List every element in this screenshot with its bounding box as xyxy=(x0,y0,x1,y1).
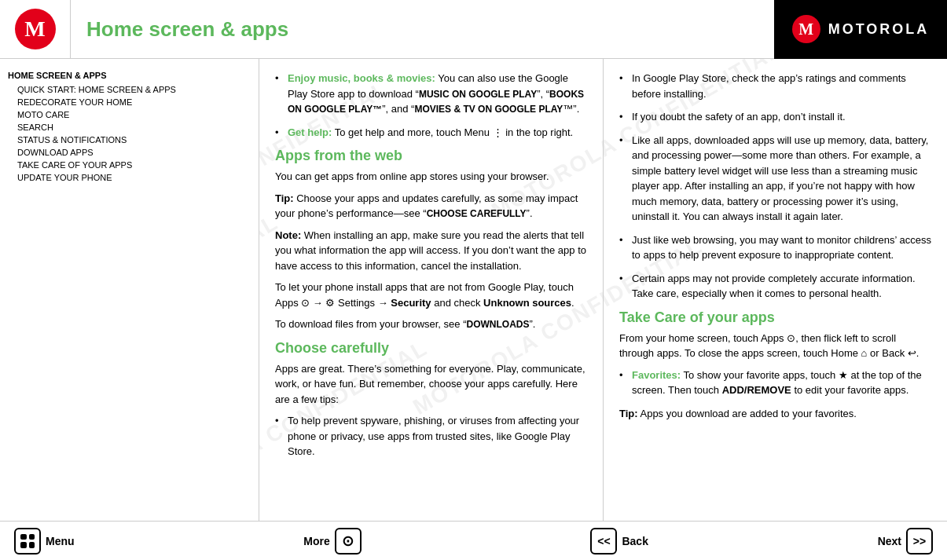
logo-area: M xyxy=(0,0,71,59)
next-button[interactable]: Next >> xyxy=(872,525,939,558)
fav-end: to edit your favorite apps. xyxy=(791,384,909,396)
list-item-spyware: To help prevent spyware, phishing, or vi… xyxy=(275,413,587,459)
music-mid: ”, “ xyxy=(537,88,549,100)
download-text: To download files from your browser, see… xyxy=(275,317,587,332)
help-body: To get help and more, touch Menu ⋮ in th… xyxy=(332,126,573,138)
menu-grid-icon xyxy=(20,534,35,548)
menu-dot-3 xyxy=(20,542,27,548)
dl-caps: DOWNLOADS xyxy=(467,319,530,330)
tip-paragraph: Tip: Choose your apps and updates carefu… xyxy=(275,191,587,221)
sidebar-item-download[interactable]: DOWNLOAD APPS xyxy=(8,146,251,159)
list-item-monitor: Just like web browsing, you may want to … xyxy=(619,232,931,263)
bottom-bar: Menu More ⊙ << Back Next >> xyxy=(0,521,947,560)
music-end: ™”. xyxy=(563,103,579,115)
tip-label: Tip: xyxy=(275,192,294,204)
sidebar-item-take-care[interactable]: TAKE CARE OF YOUR APPS xyxy=(8,159,251,171)
sidebar-item-quick-start[interactable]: QUICK START: HOME SCREEN & APPS xyxy=(8,83,251,96)
tip-end: ”. xyxy=(527,207,533,219)
bullet-list-2: To help prevent spyware, phishing, or vi… xyxy=(275,413,587,459)
back-label: Back xyxy=(622,535,648,547)
more-button[interactable]: More ⊙ xyxy=(297,525,367,558)
page-title: Home screen & apps xyxy=(86,17,774,42)
section-take-care-title: Take Care of your apps xyxy=(619,309,931,326)
right-bullet-list-1: In Google Play Store, check the app’s ra… xyxy=(619,71,931,302)
motorola-logo: M xyxy=(15,9,56,49)
list-item-doubt: If you doubt the safety of an app, don’t… xyxy=(619,109,931,125)
menu-dot-1 xyxy=(20,534,27,540)
next-label: Next xyxy=(878,535,901,547)
note-paragraph: Note: When installing an app, make sure … xyxy=(275,228,587,274)
next-icon: >> xyxy=(906,528,933,555)
list-item-music: Enjoy music, books & movies: You can als… xyxy=(275,71,587,117)
menu-dot-4 xyxy=(29,542,35,548)
list-item-favorites: Favorites: To show your favorite apps, t… xyxy=(619,368,931,398)
main-container: HOME SCREEN & APPS QUICK START: HOME SCR… xyxy=(0,59,947,521)
back-arrow-icon: << xyxy=(597,535,610,547)
more-label: More xyxy=(303,535,329,547)
music-and: ”, and “ xyxy=(382,103,414,115)
section-choose-carefully-title: Choose carefully xyxy=(275,340,587,357)
menu-button[interactable]: Menu xyxy=(8,525,81,558)
menu-dot-2 xyxy=(29,534,35,540)
list-item-ratings: In Google Play Store, check the app’s ra… xyxy=(619,71,931,101)
music-label: Enjoy music, books & movies: xyxy=(288,72,435,84)
help-label: Get help: xyxy=(288,126,332,138)
install-text: To let your phone install apps that are … xyxy=(275,280,587,310)
brand-m-icon: M xyxy=(798,20,813,38)
choose-intro: Apps are great. There’s something for ev… xyxy=(275,361,587,408)
music-caps3: MOVIES & TV ON GOOGLE PLAY xyxy=(414,104,563,115)
content-left: Enjoy music, books & movies: You can als… xyxy=(259,59,604,521)
take-care-intro: From your home screen, touch Apps ⊙, the… xyxy=(619,331,931,361)
brand-logo: M xyxy=(792,15,820,43)
list-item-memory: Like all apps, downloaded apps will use … xyxy=(619,133,931,225)
back-icon: << xyxy=(590,528,617,555)
content-area: Enjoy music, books & movies: You can als… xyxy=(259,59,947,521)
dl-prefix: To download files from your browser, see… xyxy=(275,318,467,330)
tip-caps: CHOOSE CAREFULLY xyxy=(427,208,527,219)
more-icon: ⊙ xyxy=(335,528,362,555)
brand-name-text: MOTOROLA xyxy=(828,21,930,38)
dl-end: ”. xyxy=(530,318,536,330)
music-caps1: MUSIC ON GOOGLE PLAY xyxy=(419,89,537,100)
right-tip-label: Tip: xyxy=(619,408,638,419)
section-apps-web-intro: You can get apps from online app stores … xyxy=(275,169,587,185)
sidebar-item-moto-care[interactable]: MOTO CARE xyxy=(8,108,251,121)
right-tip: Tip: Apps you download are added to your… xyxy=(619,406,931,422)
section-apps-web-title: Apps from the web xyxy=(275,148,587,164)
menu-label: Menu xyxy=(46,535,75,547)
header: M Home screen & apps M MOTOROLA xyxy=(0,0,947,59)
motorola-m-icon: M xyxy=(24,16,45,42)
next-arrow-icon: >> xyxy=(913,535,926,547)
brand-banner: M MOTOROLA xyxy=(774,0,947,59)
content-right: In Google Play Store, check the app’s ra… xyxy=(604,59,947,521)
right-tip-body: Apps you download are added to your favo… xyxy=(638,408,857,419)
back-button[interactable]: << Back xyxy=(584,525,654,558)
fav-bold: ADD/REMOVE xyxy=(722,384,791,396)
sidebar-item-status[interactable]: STATUS & NOTIFICATIONS xyxy=(8,134,251,146)
menu-icon xyxy=(14,528,41,555)
list-item-accurate: Certain apps may not provide completely … xyxy=(619,271,931,302)
list-item-help: Get help: To get help and more, touch Me… xyxy=(275,125,587,141)
sidebar: HOME SCREEN & APPS QUICK START: HOME SCR… xyxy=(0,59,259,521)
note-body: When installing an app, make sure you re… xyxy=(275,229,586,272)
circle-icon: ⊙ xyxy=(342,533,354,550)
sidebar-item-redecorate[interactable]: REDECORATE YOUR HOME xyxy=(8,96,251,108)
header-title-area: Home screen & apps xyxy=(71,17,774,42)
note-label: Note: xyxy=(275,229,301,241)
sidebar-section-title: HOME SCREEN & APPS xyxy=(8,71,251,80)
bullet-list-1: Enjoy music, books & movies: You can als… xyxy=(275,71,587,140)
right-bullet-list-2: Favorites: To show your favorite apps, t… xyxy=(619,368,931,398)
fav-label: Favorites: xyxy=(632,369,681,381)
sidebar-item-update[interactable]: UPDATE YOUR PHONE xyxy=(8,171,251,184)
sidebar-item-search[interactable]: SEARCH xyxy=(8,121,251,134)
